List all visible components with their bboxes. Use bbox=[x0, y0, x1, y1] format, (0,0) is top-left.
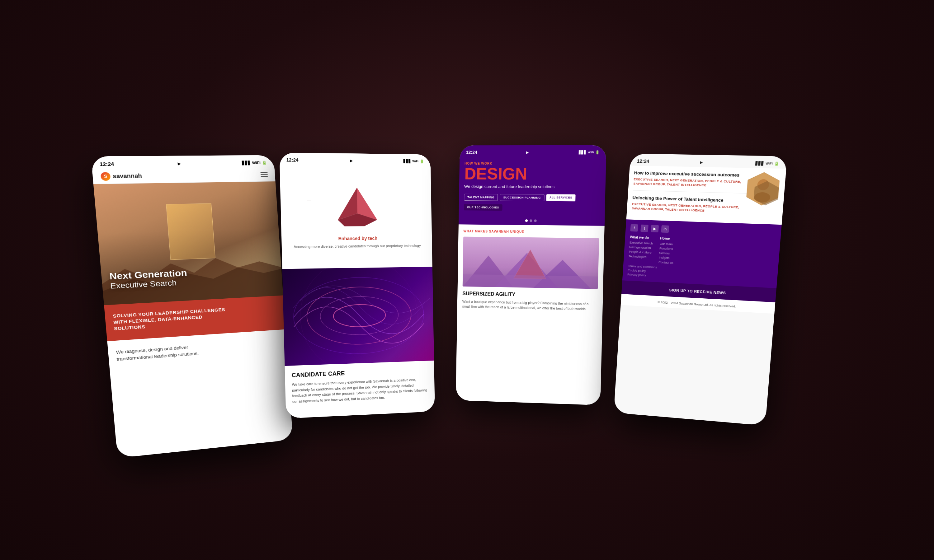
p4-footer-link-next[interactable]: Next generation bbox=[629, 245, 653, 250]
svg-point-7 bbox=[306, 286, 412, 346]
p4-article-1: How to improve executive succession outc… bbox=[626, 166, 786, 225]
svg-point-6 bbox=[293, 276, 424, 356]
p2-candidate-section: CANDIDATE CARE We take care to ensure th… bbox=[285, 361, 435, 411]
p1-logo-name: savannah bbox=[113, 173, 142, 180]
phone-3: 12:24 ▶ ▋▋▋ WiFi 🔋 HOW WE WORK DESIGN We… bbox=[456, 145, 606, 405]
p4-time: 12:24 bbox=[637, 158, 649, 164]
p4-footer-link-contact[interactable]: Contact us bbox=[658, 261, 674, 265]
p2-dark-section bbox=[282, 267, 434, 366]
p3-unique-section: WHAT MAKES SAVANNAH UNIQUE bbox=[457, 224, 604, 317]
p3-tag-talent-mapping[interactable]: TALENT MAPPING bbox=[464, 194, 498, 201]
p2-white-top: Enhanced by tech Accessing more diverse,… bbox=[280, 165, 432, 269]
p1-direction-icon: ▶ bbox=[178, 162, 181, 166]
p4-footer-link-people[interactable]: People & culture bbox=[629, 250, 653, 254]
p1-time: 12:24 bbox=[99, 161, 114, 167]
p1-tagline: SOLVING YOUR LEADERSHIP CHALLENGESWITH F… bbox=[113, 304, 278, 332]
p2-swirl-svg bbox=[282, 267, 434, 366]
scene: 12:24 ▶ ▋▋▋ WiFi 🔋 S savannah bbox=[62, 31, 872, 529]
phone-2: 12:24 ▶ ▋▋▋ WiFi 🔋 bbox=[279, 153, 435, 419]
p4-footer-col-2: Home Our team Functions Sectors Insights… bbox=[658, 237, 675, 265]
p1-hero: Next Generation Executive Search bbox=[93, 182, 283, 305]
svg-point-8 bbox=[320, 296, 399, 336]
p4-purple-footer: f t ▶ in What we do Executive search Nex… bbox=[623, 220, 782, 288]
p4-footer-col-1: What we do Executive search Next generat… bbox=[628, 235, 653, 264]
p3-tags: TALENT MAPPING SUCCESSION PLANNING ALL S… bbox=[464, 194, 600, 202]
p3-supersized-title: SUPERSIZED AGILITY bbox=[462, 291, 598, 299]
p2-dir-icon: ▶ bbox=[350, 158, 353, 162]
p4-footer-links: What we do Executive search Next generat… bbox=[628, 235, 775, 269]
p3-status-icons: ▋▋▋ WiFi 🔋 bbox=[579, 150, 600, 154]
svg-rect-16 bbox=[462, 274, 598, 289]
p4-footer-link-team[interactable]: Our team bbox=[660, 242, 675, 246]
p4-dir-icon: ▶ bbox=[700, 160, 703, 164]
p3-design-desc: We design current and future leadership … bbox=[464, 183, 600, 190]
p4-article-1-image bbox=[745, 171, 781, 206]
p4-article-1-title: How to improve executive succession outc… bbox=[634, 170, 744, 178]
p3-carousel-dots bbox=[459, 215, 605, 226]
p4-footer-link-sectors[interactable]: Sectors bbox=[659, 251, 674, 255]
p2-enhanced-desc: Accessing more diverse, creative candida… bbox=[294, 243, 421, 249]
p1-status-icons: ▋▋▋ WiFi 🔋 bbox=[242, 160, 267, 165]
p4-social-icons: f t ▶ in bbox=[630, 224, 776, 237]
p3-supersized-text: Want a boutique experience but from a bi… bbox=[462, 299, 598, 312]
p2-enhanced-label: Enhanced by tech bbox=[338, 235, 377, 241]
svg-point-10 bbox=[299, 267, 418, 366]
p3-dir-icon: ▶ bbox=[526, 151, 529, 154]
p2-candidate-title: CANDIDATE CARE bbox=[292, 367, 428, 379]
p4-footer-heading-2: Home bbox=[660, 237, 675, 241]
p4-youtube-icon[interactable]: ▶ bbox=[651, 225, 659, 232]
p3-tag-succession-planning[interactable]: SUCCESSION PLANNING bbox=[500, 194, 544, 201]
p1-description: We diagnose, design and delivertransform… bbox=[116, 338, 280, 363]
p3-tag-all-services[interactable]: ALL SERVICES bbox=[546, 194, 575, 201]
p2-pyramid-svg bbox=[330, 184, 384, 229]
p4-copyright-text: © 2002 – 2024 Savannah Group Ltd. All ri… bbox=[658, 300, 736, 308]
p3-design-title: DESIGN bbox=[464, 166, 601, 182]
p4-facebook-icon[interactable]: f bbox=[630, 224, 638, 232]
p4-footer-link-tech[interactable]: Technologies bbox=[629, 255, 652, 259]
p3-purple-header: HOW WE WORK DESIGN We design current and… bbox=[459, 157, 606, 217]
p4-footer-link-functions[interactable]: Functions bbox=[660, 247, 675, 251]
p1-logo-icon: S bbox=[100, 172, 111, 181]
p2-candidate-text: We take care to ensure that every experi… bbox=[292, 377, 428, 405]
p4-footer-heading-1: What we do bbox=[630, 235, 653, 240]
p4-twitter-icon[interactable]: t bbox=[640, 225, 649, 232]
p4-status-icons: ▋▋▋ WiFi 🔋 bbox=[755, 161, 780, 166]
phone-4: 12:24 ▶ ▋▋▋ WiFi 🔋 bbox=[613, 154, 788, 426]
p2-time: 12:24 bbox=[286, 157, 298, 163]
p4-footer-link-exec[interactable]: Executive search bbox=[629, 241, 653, 245]
p3-tag-our-technologies[interactable]: OUR TECHNOLOGIES bbox=[464, 204, 502, 211]
p3-image-area bbox=[462, 237, 599, 289]
p4-signup-text: SIGN UP TO RECEIVE NEWS bbox=[669, 288, 726, 295]
p3-unique-label: WHAT MAKES SAVANNAH UNIQUE bbox=[463, 229, 599, 234]
p1-logo: S savannah bbox=[100, 172, 142, 181]
p1-float-rect bbox=[166, 203, 216, 260]
p3-dot-1[interactable] bbox=[525, 219, 528, 222]
p3-dot-3[interactable] bbox=[534, 219, 536, 222]
p4-footer-link-insights[interactable]: Insights bbox=[659, 256, 674, 260]
p4-article-1-tags: EXECUTIVE SEARCH, NEXT GENERATION, PEOPL… bbox=[633, 177, 743, 189]
phone-1: 12:24 ▶ ▋▋▋ WiFi 🔋 S savannah bbox=[91, 155, 293, 458]
p3-dot-2[interactable] bbox=[530, 219, 532, 222]
p3-time: 12:24 bbox=[466, 150, 477, 155]
p2-status-icons: ▋▋▋ WiFi 🔋 bbox=[404, 159, 424, 163]
hamburger-menu-icon[interactable] bbox=[260, 172, 268, 177]
p4-linkedin-icon[interactable]: in bbox=[661, 225, 669, 233]
